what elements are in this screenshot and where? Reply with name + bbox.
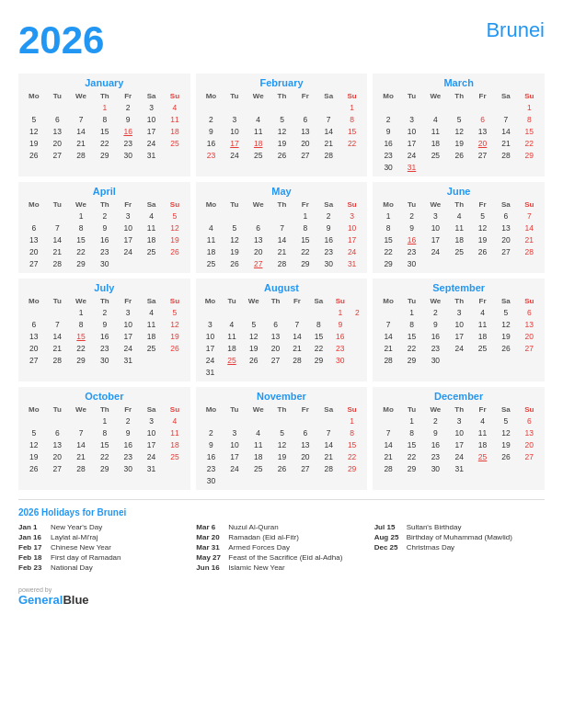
calendar-day: 30	[117, 462, 140, 474]
weekday-header-we: We	[423, 404, 447, 415]
calendar-day: 18	[163, 125, 186, 137]
calendar-day: 16	[423, 438, 447, 450]
calendar-day: 21	[518, 233, 541, 245]
calendar-day	[163, 354, 186, 366]
holiday-item: Mar 6Nuzul Al-Quran	[196, 523, 366, 531]
month-title-december: December	[376, 391, 541, 402]
month-block-july: JulyMoTuWeThFrSaSu1234567891011121314151…	[18, 279, 190, 381]
calendar-day	[46, 210, 69, 222]
calendar-day: 27	[518, 342, 541, 354]
country-label: Brunei	[486, 18, 545, 42]
calendar-day: 13	[22, 233, 46, 245]
calendar-day	[340, 474, 363, 486]
holiday-name: First day of Ramadan	[51, 553, 121, 562]
calendar-day: 19	[448, 137, 471, 149]
calendar-day: 1	[340, 101, 363, 113]
calendar-day: 13	[518, 318, 541, 330]
calendar-day: 15	[69, 233, 93, 245]
calendar-day: 12	[471, 222, 494, 233]
calendar-day: 9	[423, 318, 447, 330]
weekday-header-tu: Tu	[46, 91, 69, 101]
calendar-day: 30	[423, 354, 447, 366]
weekday-header-fr: Fr	[471, 91, 494, 101]
calendar-day	[223, 101, 246, 113]
calendar-day: 4	[163, 101, 186, 113]
calendar-day: 14	[376, 330, 400, 342]
calendar-day	[200, 210, 224, 222]
calendar-day: 18	[423, 137, 447, 149]
calendar-day: 21	[69, 450, 93, 462]
calendar-day: 30	[376, 161, 400, 173]
month-table-june: MoTuWeThFrSaSu12345678910111213141516171…	[376, 199, 541, 269]
calendar-day: 25	[140, 342, 163, 354]
calendar-day: 17	[223, 450, 246, 462]
weekday-header-fr: Fr	[286, 296, 307, 306]
calendar-day: 2	[200, 113, 224, 125]
calendar-day: 8	[340, 427, 363, 438]
calendar-day: 17	[140, 125, 163, 137]
calendar-day: 11	[471, 318, 494, 330]
calendar-day: 12	[163, 222, 186, 233]
calendar-day: 10	[140, 427, 163, 438]
calendar-day: 8	[518, 113, 541, 125]
calendar-day	[247, 474, 270, 486]
calendar-day: 18	[247, 137, 270, 149]
calendar-day: 27	[247, 257, 270, 269]
weekday-header-fr: Fr	[471, 199, 494, 210]
calendar-day: 19	[494, 330, 517, 342]
calendar-day	[265, 306, 286, 318]
weekday-header-we: We	[247, 199, 270, 210]
month-block-april: AprilMoTuWeThFrSaSu123456789101112131415…	[18, 182, 190, 273]
calendar-day: 5	[448, 113, 471, 125]
calendar-day: 17	[340, 233, 363, 245]
calendar-day: 29	[400, 354, 423, 366]
weekday-header-we: We	[423, 199, 447, 210]
calendar-day: 2	[400, 210, 423, 222]
calendar-day: 5	[243, 318, 265, 330]
calendar-day: 3	[200, 318, 222, 330]
weekday-header-th: Th	[270, 404, 293, 415]
calendar-day: 31	[400, 161, 423, 173]
weekday-header-su: Su	[163, 91, 186, 101]
calendar-day: 25	[471, 342, 494, 354]
calendar-day: 30	[200, 474, 224, 486]
calendar-day: 27	[293, 462, 316, 474]
calendar-day: 2	[423, 415, 447, 427]
calendar-day: 4	[448, 210, 471, 222]
calendar-day: 16	[117, 125, 140, 137]
calendar-day: 16	[376, 137, 400, 149]
calendar-day	[423, 257, 447, 269]
calendar-day: 21	[494, 137, 517, 149]
calendar-day: 10	[223, 125, 246, 137]
calendar-day: 30	[317, 257, 340, 269]
powered-by-label: powered by	[18, 586, 89, 593]
calendar-day: 25	[200, 257, 224, 269]
month-table-may: MoTuWeThFrSaSu12345678910111213141516171…	[200, 199, 364, 269]
month-table-january: MoTuWeThFrSaSu12345678910111213141516171…	[22, 91, 187, 161]
calendar-day: 23	[117, 137, 140, 149]
calendar-day: 15	[518, 125, 541, 137]
calendar-day: 22	[69, 342, 93, 354]
weekday-header-th: Th	[448, 199, 471, 210]
month-title-january: January	[22, 77, 187, 88]
calendar-day	[448, 161, 471, 173]
calendar-day: 7	[518, 210, 541, 222]
calendar-day: 6	[46, 113, 69, 125]
calendar-day	[140, 257, 163, 269]
calendar-day	[200, 306, 222, 318]
calendar-day: 26	[243, 354, 265, 366]
calendar-day	[221, 306, 242, 318]
month-table-april: MoTuWeThFrSaSu12345678910111213141516171…	[22, 199, 187, 269]
calendar-day: 2	[423, 306, 447, 318]
month-block-september: SeptemberMoTuWeThFrSaSu12345678910111213…	[373, 279, 545, 381]
calendar-day	[329, 366, 350, 378]
holiday-date: Feb 18	[18, 553, 46, 562]
calendar-day: 27	[22, 257, 46, 269]
brand-label: GeneralBlue	[18, 593, 89, 607]
calendar-day: 11	[140, 222, 163, 233]
calendar-day: 3	[117, 306, 140, 318]
calendar-day	[448, 101, 471, 113]
calendar-day: 9	[376, 125, 400, 137]
weekday-header-mo: Mo	[200, 91, 224, 101]
calendar-day: 27	[46, 462, 69, 474]
